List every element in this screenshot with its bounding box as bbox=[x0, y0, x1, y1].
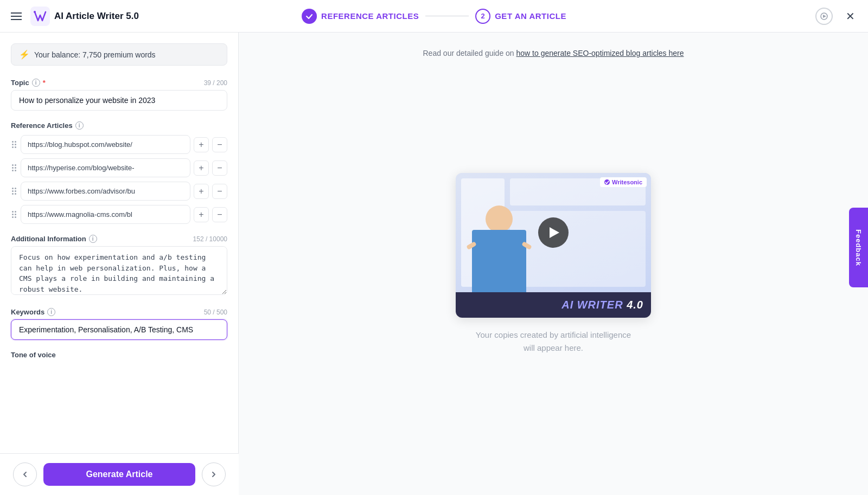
drag-handle-2[interactable] bbox=[11, 162, 17, 173]
play-button[interactable] bbox=[815, 8, 833, 25]
url-input-2[interactable] bbox=[21, 158, 190, 177]
keywords-info-icon[interactable]: i bbox=[47, 308, 55, 316]
menu-button[interactable] bbox=[9, 10, 24, 22]
svg-marker-3 bbox=[823, 15, 826, 18]
video-title-bar: AI WRITER 4.0 bbox=[456, 292, 651, 318]
additional-info-textarea[interactable]: Focus on how experimentation and a/b tes… bbox=[11, 246, 227, 295]
url-remove-btn-4[interactable]: − bbox=[212, 207, 227, 222]
step2-label: GET AN ARTICLE bbox=[495, 11, 566, 21]
url-input-3[interactable] bbox=[21, 182, 190, 201]
additional-info-group: Additional Information i 152 / 10000 Foc… bbox=[11, 235, 227, 297]
bottom-bar: Generate Article bbox=[0, 453, 239, 495]
video-person bbox=[467, 200, 532, 292]
topic-required: * bbox=[43, 79, 46, 87]
keywords-label: Keywords i bbox=[11, 308, 55, 316]
tone-of-voice-label: Tone of voice bbox=[11, 351, 227, 359]
next-button[interactable] bbox=[202, 462, 226, 486]
video-play-button[interactable] bbox=[538, 217, 569, 248]
logo-icon bbox=[30, 7, 50, 26]
drag-handle-3[interactable] bbox=[11, 185, 17, 197]
guide-link[interactable]: how to generate SEO-optimized blog artic… bbox=[516, 49, 684, 57]
video-title: AI WRITER 4.0 bbox=[561, 299, 643, 311]
url-remove-btn-1[interactable]: − bbox=[212, 137, 227, 152]
url-remove-btn-2[interactable]: − bbox=[212, 160, 227, 176]
generate-article-button[interactable]: Generate Article bbox=[43, 463, 195, 486]
balance-badge: ⚡ Your balance: 7,750 premium words bbox=[11, 43, 227, 66]
topic-input[interactable] bbox=[11, 90, 227, 111]
app-logo: AI Article Writer 5.0 bbox=[30, 7, 139, 26]
app-title: AI Article Writer 5.0 bbox=[54, 11, 139, 22]
topic-label-row: Topic i * 39 / 200 bbox=[11, 79, 227, 87]
url-row-3: + − bbox=[11, 182, 227, 201]
left-panel-wrapper: ⚡ Your balance: 7,750 premium words Topi… bbox=[0, 33, 239, 495]
play-triangle-icon bbox=[550, 227, 559, 238]
right-panel: Read our detailed guide on how to genera… bbox=[239, 33, 868, 495]
drag-handle-4[interactable] bbox=[11, 209, 17, 220]
close-button[interactable]: ✕ bbox=[841, 8, 859, 25]
keywords-input[interactable] bbox=[11, 319, 227, 340]
left-panel: ⚡ Your balance: 7,750 premium words Topi… bbox=[0, 33, 239, 454]
url-input-4[interactable] bbox=[21, 205, 190, 224]
additional-info-char-count: 152 / 10000 bbox=[193, 235, 227, 243]
url-add-btn-1[interactable]: + bbox=[194, 137, 209, 152]
url-row-1: + − bbox=[11, 135, 227, 154]
topic-char-count: 39 / 200 bbox=[204, 79, 227, 87]
stepper: REFERENCE ARTICLES 2 GET AN ARTICLE bbox=[302, 9, 566, 24]
step2-icon: 2 bbox=[475, 9, 490, 24]
reference-articles-label: Reference Articles i bbox=[11, 121, 227, 130]
additional-info-label: Additional Information i bbox=[11, 235, 97, 243]
additional-info-label-row: Additional Information i 152 / 10000 bbox=[11, 235, 227, 243]
additional-info-icon[interactable]: i bbox=[89, 235, 97, 243]
tone-of-voice-group: Tone of voice bbox=[11, 351, 227, 359]
topic-group: Topic i * 39 / 200 bbox=[11, 79, 227, 111]
bolt-icon: ⚡ bbox=[19, 49, 30, 60]
url-add-btn-4[interactable]: + bbox=[194, 207, 209, 222]
drag-handle-1[interactable] bbox=[11, 139, 17, 150]
url-add-btn-2[interactable]: + bbox=[194, 160, 209, 176]
keywords-group: Keywords i 50 / 500 bbox=[11, 308, 227, 340]
url-remove-btn-3[interactable]: − bbox=[212, 184, 227, 199]
url-add-btn-3[interactable]: + bbox=[194, 184, 209, 199]
header: AI Article Writer 5.0 REFERENCE ARTICLES… bbox=[0, 0, 868, 33]
main-content: ⚡ Your balance: 7,750 premium words Topi… bbox=[0, 33, 868, 495]
topic-info-icon[interactable]: i bbox=[32, 79, 40, 87]
topic-label: Topic i * bbox=[11, 79, 46, 87]
video-branding: Writesonic bbox=[600, 177, 647, 187]
ref-info-icon[interactable]: i bbox=[75, 121, 84, 130]
placeholder-text: Your copies created by artificial intell… bbox=[476, 329, 631, 355]
step-2: 2 GET AN ARTICLE bbox=[475, 9, 566, 24]
keywords-label-row: Keywords i 50 / 500 bbox=[11, 308, 227, 316]
step-divider bbox=[425, 16, 469, 16]
reference-articles-group: Reference Articles i + − + bbox=[11, 121, 227, 224]
keywords-char-count: 50 / 500 bbox=[204, 308, 227, 316]
header-actions: ✕ bbox=[815, 8, 859, 25]
svg-point-1 bbox=[34, 11, 36, 13]
url-row-4: + − bbox=[11, 205, 227, 224]
feedback-tab[interactable]: Feedback bbox=[849, 208, 868, 288]
url-input-1[interactable] bbox=[21, 135, 190, 154]
balance-text: Your balance: 7,750 premium words bbox=[34, 50, 156, 59]
step1-label: REFERENCE ARTICLES bbox=[321, 11, 419, 21]
guide-link-bar: Read our detailed guide on how to genera… bbox=[239, 49, 868, 57]
back-button[interactable] bbox=[13, 462, 37, 486]
step-1: REFERENCE ARTICLES bbox=[302, 9, 419, 24]
step1-check-icon bbox=[302, 9, 317, 24]
video-container: Writesonic AI WRITER 4.0 bbox=[456, 173, 651, 318]
video-thumbnail: Writesonic bbox=[456, 173, 651, 292]
url-row-2: + − bbox=[11, 158, 227, 177]
